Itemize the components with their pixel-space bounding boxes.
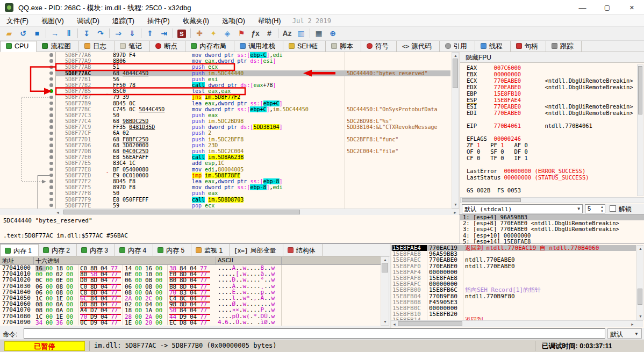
tab-call-stack[interactable]: 调用堆栈 — [234, 41, 283, 52]
memtab-dump2[interactable]: 内存 2 — [39, 244, 77, 256]
instruction-dot-icon[interactable] — [49, 66, 53, 69]
register-line[interactable]: EBP 15E8FB10 — [460, 90, 638, 97]
register-line[interactable]: ESI 770EABE0 <ntdll.DbgUiRemoteBreakin> — [460, 103, 638, 110]
step-over-icon[interactable]: ↷ — [94, 27, 108, 40]
instruction-dot-icon[interactable] — [49, 83, 53, 87]
instruction-dot-icon[interactable] — [49, 125, 53, 129]
dump-byte[interactable]: 34 — [35, 320, 46, 326]
dump-row[interactable]: 7704104006000800C88D047708000A0070830477… — [0, 289, 381, 295]
dump-byte[interactable]: 04 — [101, 320, 111, 326]
instruction-dot-icon[interactable] — [49, 107, 53, 111]
stack-row[interactable]: 15E8FAFC00000000 — [391, 281, 636, 287]
register-line[interactable]: EAX 007C6000 — [460, 64, 638, 71]
dump-byte[interactable]: EC — [169, 320, 180, 326]
close-button[interactable]: × — [620, 0, 644, 15]
instruction-dot-icon[interactable] — [49, 59, 53, 63]
instruction-dot-icon[interactable] — [49, 155, 53, 159]
register-line[interactable]: OF 0 SF 0 DF 0 — [460, 148, 638, 155]
dump-row[interactable]: 770410501C001E006C8404772A002C00C48C0477… — [0, 295, 381, 301]
open-file-icon[interactable]: ▰ — [2, 27, 16, 40]
dump-byte[interactable]: 00 — [155, 320, 166, 326]
registers-vertical-scrollbar[interactable] — [637, 64, 643, 196]
register-line[interactable]: EDX 770EABE0 <ntdll.DbgUiRemoteBreakin> — [460, 84, 638, 90]
disasm-row[interactable]: 5D8F77B585C0test eax,eax — [0, 88, 450, 94]
minimize-button[interactable]: — — [570, 0, 595, 15]
disasm-row[interactable]: 5D8F77EDˇE9 0C010000jmp im.5D8F78FE — [0, 173, 450, 178]
dump-byte[interactable]: D8 — [180, 320, 190, 326]
disasm-row[interactable]: 5D8F77D668 3D020000push 23D — [0, 142, 450, 148]
menu-item-I[interactable]: 收藏夹(I) — [176, 15, 216, 27]
dump-byte[interactable]: 20 — [145, 320, 155, 326]
disasm-row[interactable]: 5D8F77B2FF50 78call dword ptr ds:[eax+78… — [0, 82, 450, 88]
tab-graph[interactable]: 流程图 — [37, 41, 79, 52]
instruction-dot-icon[interactable] — [49, 96, 53, 99]
tab-threads[interactable]: 线程 — [475, 41, 511, 52]
disasm-row[interactable]: 5D8F77E0E8 56EAFAFFcall im.5D8A623B — [0, 154, 450, 160]
disasm-row[interactable]: 5D8F77C9FF35 0481D35Dpush dword ptr ds:[… — [0, 124, 450, 130]
register-line[interactable]: EIP 770B4061 ntdll.770B4061 — [460, 123, 638, 129]
argument-count-stepper[interactable]: 5 ▲▼ — [585, 204, 605, 213]
instruction-dot-icon[interactable] — [49, 149, 53, 153]
register-line[interactable]: CF 0 TF 0 IF 1 — [460, 155, 638, 161]
disasm-row[interactable]: 5D8F77F5897D F8mov dword ptr ss:[ebp-8],… — [0, 184, 450, 190]
argument-row[interactable]: 3: [esp+C] 770EABE0 <ntdll.DbgUiRemoteBr… — [460, 226, 644, 232]
register-line[interactable]: EBX 00000000 — [460, 71, 638, 77]
stack-vertical-scrollbar[interactable]: ▲ ▼ — [636, 245, 643, 320]
menu-item-V[interactable]: 视图(V) — [35, 15, 70, 27]
tab-handles[interactable]: 句柄 — [511, 41, 546, 52]
dump-row[interactable]: 770410801C001E0070D9047728002A0044D90477… — [0, 313, 381, 319]
stack-row[interactable]: 15E8FAF400000000 — [391, 269, 636, 275]
dump-row[interactable]: 77041090340036000CD904771E002000ECD80477… — [0, 319, 381, 325]
register-line[interactable]: EFLAGS 00000246 — [460, 135, 638, 142]
hide-fpu-button[interactable]: 隐藏FPU — [460, 52, 644, 63]
dump-row[interactable]: 7704106008000A00D88B047702000400988D0477… — [0, 301, 381, 307]
tab-trace[interactable]: 跟踪 — [546, 41, 582, 52]
register-line[interactable] — [460, 181, 638, 187]
disasm-row[interactable]: 5D8F77DB68 04C0C25Dpush im.5DC2C0045DC2C… — [0, 148, 450, 154]
dump-byte[interactable]: D9 — [90, 320, 101, 326]
disasm-row[interactable]: 5D8F77F9E8 050FFEFFcall im.5D8D8703 — [0, 197, 450, 203]
step-into-icon[interactable]: ↧ — [80, 27, 94, 40]
disasm-row[interactable]: 5D8F77B156push esi — [0, 76, 450, 82]
disasm-row[interactable]: 5D8F77BCC745 0C 5044C45Dmov dword ptr ss… — [0, 106, 450, 112]
tab-log[interactable]: 日志 — [79, 41, 115, 52]
disasm-row[interactable]: 5D8F77D168 F8BFC25Dpush im.5DC2BFF85DC2B… — [0, 137, 450, 142]
stack-row[interactable]: 15E8FB08F45905E3 — [391, 299, 636, 305]
settings-globe-icon[interactable]: ⊕ — [326, 27, 340, 40]
instruction-dot-icon[interactable] — [49, 185, 53, 189]
tab-references[interactable]: 引用 — [440, 41, 475, 52]
instruction-dot-icon[interactable] — [49, 132, 53, 135]
disasm-row[interactable]: 5D8F77F28D45 F8lea eax,dword ptr ss:[ebp… — [0, 178, 450, 184]
disasm-row[interactable]: 5D8F77C468 98BDC25Dpush im.5DC2BD985DC2B… — [0, 118, 450, 124]
tab-breakpoints[interactable]: 断点 — [150, 41, 185, 52]
disasm-row[interactable]: 5D8F77F850push eax — [0, 190, 450, 196]
memtab-dump4[interactable]: 内存 4 — [115, 244, 153, 256]
register-line[interactable] — [460, 116, 638, 123]
tab-symbols[interactable]: 符号 — [361, 41, 397, 52]
instruction-dot-icon[interactable] — [49, 77, 53, 81]
disasm-row[interactable]: 5D8F77CF6A 02push 2 — [0, 130, 450, 136]
dump-row[interactable]: 7704103006000800C08D047706000800B88D0477… — [0, 283, 381, 289]
register-line[interactable]: ESP 15E8FAE4 — [460, 97, 638, 103]
menu-item-P[interactable]: 插件(P) — [141, 15, 176, 27]
dump-row[interactable]: 770410200C000E00D08D047706000800B08D0477… — [0, 277, 381, 283]
dump-byte[interactable]: 36 — [56, 320, 66, 326]
stack-row[interactable]: 15E8FB1015E8FB20 — [391, 311, 636, 317]
memtab-watch1[interactable]: 监视 1 — [191, 244, 230, 256]
mnemonic-brief-icon[interactable]: ▥ — [294, 27, 308, 40]
dump-byte[interactable]: 00 — [46, 320, 56, 326]
disasm-row[interactable]: 5D8F77AB51push ecx — [0, 64, 450, 70]
memtab-struct[interactable]: 结构体 — [283, 244, 323, 256]
stop-icon[interactable]: ■ — [30, 27, 44, 40]
breakpoint-dot-icon[interactable] — [49, 89, 53, 93]
stack-row[interactable]: 15E8FB0015E8FB6C指向SEH_Record[1]的指针 — [391, 287, 636, 293]
disasm-row[interactable]: 5D8F77FE59pop ecx — [0, 203, 450, 209]
dump-byte[interactable]: 0C — [80, 320, 90, 326]
register-line[interactable]: ZF 1 PF 1 AF 0 — [460, 142, 638, 148]
maximize-button[interactable]: ▢ — [595, 0, 619, 15]
instruction-dot-icon[interactable] — [49, 71, 53, 75]
dump-row[interactable]: 7704100016001800C08B04771400160038840477… — [0, 265, 381, 271]
execute-till-return-icon[interactable]: ⇒ — [111, 27, 125, 40]
register-line[interactable] — [460, 129, 638, 135]
instruction-dot-icon[interactable] — [49, 138, 53, 141]
